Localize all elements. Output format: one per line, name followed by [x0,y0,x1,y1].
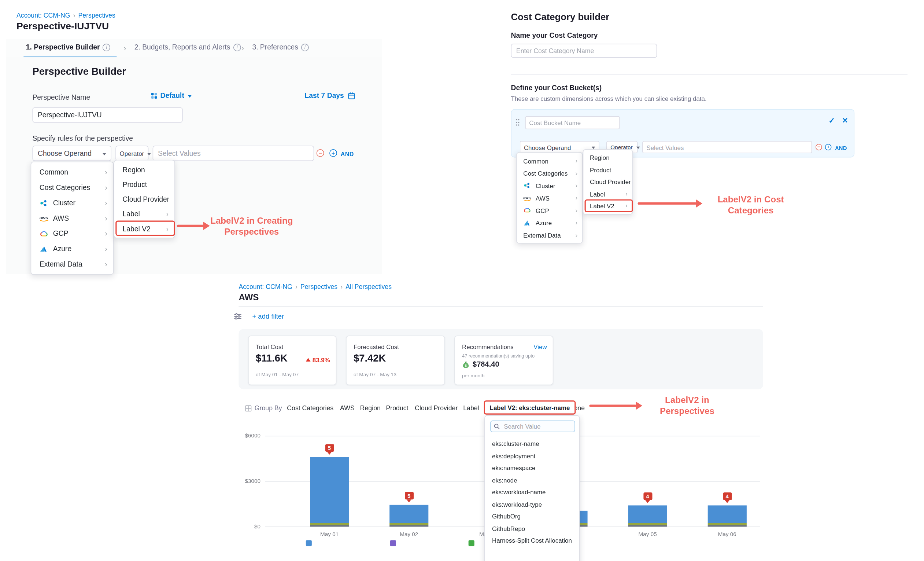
tab-budgets-reports-alerts[interactable]: 2. Budgets, Reports and Alerts i [135,43,241,51]
bar-may-05[interactable] [628,505,667,526]
menu-item-common[interactable]: Common› [31,165,113,180]
submenu-item-product[interactable]: Product [583,164,632,176]
remove-rule-icon[interactable]: − [316,149,324,157]
and-operator-label[interactable]: AND [835,145,847,151]
cost-category-name-input[interactable] [511,44,657,58]
bar-may-02[interactable] [390,505,428,527]
menu-item-gcp[interactable]: GCP› [31,226,113,241]
legend-swatch[interactable] [469,540,474,546]
divider [238,306,763,307]
menu-item-aws[interactable]: aws AWS› [517,192,582,204]
chevron-right-icon: › [242,44,244,53]
view-selector[interactable]: Default [151,91,191,100]
dropdown-option[interactable]: eks:workload-type [485,498,579,510]
chevron-right-icon: › [73,12,75,19]
and-operator-label[interactable]: AND [341,151,354,158]
common-submenu: Region Product Cloud Provider Label› Lab… [114,160,175,238]
forecasted-cost-label: Forecasted Cost [354,343,399,350]
chevron-right-icon: › [626,203,628,209]
group-by-cost-categories[interactable]: Cost Categories [287,405,333,411]
operand-select[interactable]: Choose Operand [32,146,111,161]
menu-item-cluster[interactable]: Cluster› [517,179,582,192]
select-values-input[interactable] [642,141,812,153]
submenu-item-label-v2[interactable]: Label V2› [583,200,632,212]
submenu-item-region[interactable]: Region [583,152,632,164]
submenu-item-product[interactable]: Product [114,177,174,192]
breadcrumb-all-perspectives-link[interactable]: All Perspectives [345,283,392,290]
anomaly-marker[interactable]: 4 [644,492,652,500]
menu-item-cost-categories[interactable]: Cost Categories› [31,180,113,196]
section-heading: Perspective Builder [32,66,126,78]
y-axis-label: $6000 [234,432,261,439]
dropdown-option[interactable]: GithubOrg [485,510,579,522]
chevron-right-icon: › [576,207,578,213]
add-filter-button[interactable]: + add filter [252,313,284,319]
menu-item-gcp[interactable]: GCP› [517,204,582,217]
add-rule-icon[interactable]: + [329,149,337,157]
view-recommendations-link[interactable]: View [534,343,547,350]
perspective-name-input[interactable] [32,107,183,123]
group-by-region[interactable]: Region [360,405,381,411]
dropdown-option[interactable]: Harness-Split Cost Allocation [485,534,579,546]
legend-swatch[interactable] [306,540,312,546]
submenu-item-region[interactable]: Region [114,162,174,177]
group-by-label-v2-selected[interactable]: Label V2: eks:cluster-name [484,400,576,415]
bar-may-01[interactable] [310,457,349,527]
breadcrumb-account-link[interactable]: Account: CCM-NG [238,283,292,290]
bar-may-06[interactable] [708,505,747,526]
dropdown-option[interactable]: eks:node [485,474,579,486]
chevron-right-icon: › [340,283,342,290]
dropdown-option[interactable]: GithubRepo [485,522,579,534]
anomaly-marker[interactable]: 5 [405,492,413,499]
select-values-input[interactable] [153,146,314,161]
menu-item-cost-categories[interactable]: Cost Categories› [517,167,582,179]
total-cost-label: Total Cost [256,343,283,350]
anomaly-marker[interactable]: 5 [325,444,334,452]
tab-preferences[interactable]: 3. Preferences i [252,43,309,51]
menu-item-cluster[interactable]: Cluster› [31,195,113,211]
operator-select[interactable]: Operator [116,146,148,161]
cost-bucket-name-input[interactable] [525,116,620,129]
menu-item-aws[interactable]: aws AWS› [31,211,113,226]
dropdown-option[interactable]: eks:deployment [485,450,579,462]
add-rule-icon[interactable]: + [825,144,832,150]
submenu-item-cloud-provider[interactable]: Cloud Provider [114,192,174,206]
group-by-product[interactable]: Product [386,405,408,411]
forecasted-cost-value: $7.42K [354,353,386,364]
breadcrumb-account-link[interactable]: Account: CCM-NG [16,12,70,19]
close-icon[interactable]: ✕ [842,116,848,125]
date-range-selector[interactable]: Last 7 Days [305,91,356,100]
submenu-item-label[interactable]: Label› [583,188,632,200]
tab-perspective-builder[interactable]: 1. Perspective Builder i [26,43,111,51]
search-value-input[interactable] [490,421,575,432]
menu-item-azure[interactable]: Azure› [517,217,582,229]
group-by-aws[interactable]: AWS [340,405,355,411]
menu-item-external-data[interactable]: External Data› [517,229,582,241]
aws-icon: aws [523,195,532,201]
menu-item-azure[interactable]: Azure› [31,241,113,257]
submenu-item-cloud-provider[interactable]: Cloud Provider [583,176,632,188]
dropdown-option[interactable]: eks:cluster-name [485,438,579,450]
azure-icon [523,220,532,226]
anomaly-marker[interactable]: 4 [723,492,732,500]
menu-item-common[interactable]: Common› [517,154,582,167]
filter-icon[interactable] [234,313,242,320]
submenu-item-label-v2[interactable]: Label V2› [114,221,174,236]
breadcrumb-perspectives-link[interactable]: Perspectives [78,12,116,19]
remove-rule-icon[interactable]: − [816,144,822,150]
drag-handle-icon[interactable] [516,119,519,126]
check-icon[interactable]: ✓ [828,116,835,125]
dropdown-option[interactable]: eks:namespace [485,462,579,474]
page-title: Perspective-IUJTVU [16,21,109,32]
calendar-icon [347,92,355,99]
menu-item-external-data[interactable]: External Data› [31,257,113,272]
breadcrumb-perspectives-link[interactable]: Perspectives [300,283,338,290]
dropdown-option[interactable]: eks:workload-name [485,486,579,498]
group-by-label-dim[interactable]: Label [463,405,479,411]
legend-swatch[interactable] [390,540,396,546]
svg-text:$: $ [465,363,467,367]
chevron-down-icon [188,95,192,99]
submenu-item-label[interactable]: Label› [114,206,174,221]
forecasted-cost-period: of May 07 - May 13 [354,371,396,377]
group-by-cloud-provider[interactable]: Cloud Provider [415,405,458,411]
